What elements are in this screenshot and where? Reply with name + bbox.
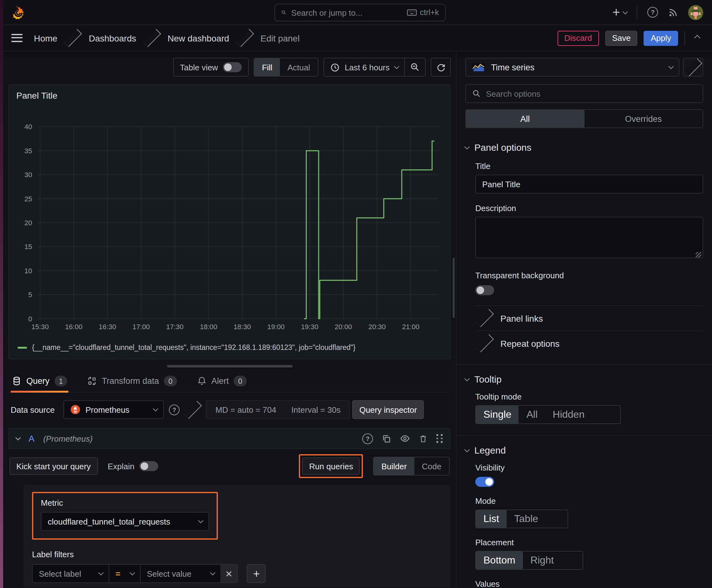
- edit-pane-left: Table view Fill Actual Last 6 hours: [0, 51, 456, 587]
- fill-option[interactable]: Fill: [254, 58, 280, 76]
- breadcrumb-separator-icon: [64, 29, 82, 47]
- menu-toggle-button[interactable]: [11, 34, 23, 42]
- actual-option[interactable]: Actual: [280, 58, 318, 76]
- repeat-options-section[interactable]: Repeat options: [475, 331, 703, 356]
- legend-mode-table[interactable]: Table: [507, 510, 546, 528]
- pane-resize-handle[interactable]: [167, 365, 292, 368]
- database-icon: [12, 376, 21, 386]
- legend-placement-bottom[interactable]: Bottom: [476, 551, 523, 569]
- grafana-logo-icon[interactable]: [10, 4, 26, 20]
- visualization-picker[interactable]: Time series: [465, 58, 679, 77]
- save-button[interactable]: Save: [605, 30, 638, 45]
- tooltip-mode-label: Tooltip mode: [475, 392, 703, 401]
- tab-overrides[interactable]: Overrides: [584, 110, 703, 128]
- legend-placement-segment: Bottom Right: [475, 551, 583, 570]
- new-menu-button[interactable]: [611, 7, 627, 17]
- tooltip-mode-all[interactable]: All: [519, 406, 545, 423]
- legend-mode-list[interactable]: List: [476, 510, 507, 528]
- datasource-help-button[interactable]: ?: [169, 404, 179, 415]
- add-filter-button[interactable]: [247, 564, 265, 583]
- resize-grip-icon[interactable]: [696, 252, 701, 257]
- breadcrumb-dashboards[interactable]: Dashboards: [89, 33, 136, 43]
- tab-query[interactable]: Query 1: [11, 373, 68, 392]
- global-search[interactable]: ctrl+k: [274, 4, 446, 21]
- search-shortcut: ctrl+k: [407, 8, 439, 17]
- options-search[interactable]: [465, 84, 703, 103]
- panel-options-section-header[interactable]: Panel options: [465, 142, 703, 153]
- prometheus-icon: [70, 404, 80, 415]
- breadcrumb-separator-icon: [236, 29, 254, 47]
- transparent-background-toggle[interactable]: [475, 285, 494, 295]
- query-inspector-button[interactable]: Query inspector: [352, 400, 424, 419]
- svg-text:16:30: 16:30: [99, 323, 116, 331]
- drag-query-handle[interactable]: [436, 434, 443, 443]
- legend-series-name[interactable]: {__name__="cloudflared_tunnel_total_requ…: [32, 344, 355, 351]
- time-series-chart: 051015202530354015:3016:0016:3017:0017:3…: [9, 85, 450, 359]
- global-search-input[interactable]: [291, 8, 402, 17]
- chevron-right-icon: [476, 334, 494, 352]
- query-help-button[interactable]: ?: [362, 433, 373, 444]
- open-viz-picker-button[interactable]: [683, 58, 703, 77]
- expand-options-button[interactable]: [185, 400, 201, 419]
- chevron-down-icon: [668, 64, 673, 69]
- legend-mode-label: Mode: [475, 496, 703, 506]
- kick-start-button[interactable]: Kick start your query: [9, 457, 98, 475]
- options-pane: Time series All Overrides: [456, 51, 712, 587]
- hide-query-icon[interactable]: [400, 434, 410, 443]
- all-overrides-tabs: All Overrides: [465, 109, 703, 128]
- nav-divider: [684, 31, 685, 45]
- zoom-out-icon: [410, 62, 420, 72]
- panel-preview[interactable]: Panel Title 051015202530354015:3016:0016…: [8, 84, 451, 359]
- code-option[interactable]: Code: [414, 457, 449, 475]
- time-range-button[interactable]: Last 6 hours: [324, 58, 404, 76]
- time-range-control: Last 6 hours: [323, 58, 426, 77]
- svg-text:40: 40: [24, 123, 33, 131]
- tooltip-mode-hidden[interactable]: Hidden: [545, 406, 592, 423]
- tab-transform-data[interactable]: Transform data 0: [86, 373, 178, 392]
- apply-button[interactable]: Apply: [644, 30, 678, 45]
- query-options-summary[interactable]: MD = auto = 704 Interval = 30s: [206, 400, 350, 419]
- select-value-dropdown[interactable]: Select value: [140, 564, 220, 583]
- legend-placement-label: Placement: [475, 538, 703, 547]
- breadcrumb-home[interactable]: Home: [34, 33, 58, 43]
- scrollbar-thumb[interactable]: [453, 257, 455, 318]
- user-avatar[interactable]: [688, 5, 703, 20]
- breadcrumb-new-dashboard[interactable]: New dashboard: [168, 33, 229, 43]
- panel-links-section[interactable]: Panel links: [475, 305, 703, 331]
- collapse-query-icon[interactable]: [16, 435, 21, 440]
- zoom-out-button[interactable]: [405, 58, 425, 76]
- builder-option[interactable]: Builder: [374, 457, 414, 475]
- explain-toggle[interactable]: [139, 461, 158, 471]
- discard-button[interactable]: Discard: [558, 30, 599, 45]
- legend-placement-right[interactable]: Right: [523, 551, 561, 569]
- svg-text:0: 0: [28, 315, 32, 323]
- news-button[interactable]: [668, 7, 678, 17]
- panel-description-input[interactable]: [475, 217, 703, 258]
- tab-alert[interactable]: Alert 0: [196, 373, 248, 392]
- duplicate-query-icon[interactable]: [382, 434, 391, 443]
- panel-title-input[interactable]: [475, 175, 703, 193]
- operator-dropdown[interactable]: =: [109, 564, 140, 583]
- help-button[interactable]: ?: [647, 7, 658, 18]
- chevron-right-icon: [476, 309, 494, 327]
- delete-query-icon[interactable]: [419, 434, 428, 443]
- query-row-header[interactable]: A (Prometheus) ?: [8, 428, 451, 449]
- remove-filter-button[interactable]: [220, 564, 238, 583]
- rss-icon: [668, 7, 678, 17]
- legend-section-header[interactable]: Legend: [465, 445, 703, 456]
- svg-text:17:30: 17:30: [166, 323, 184, 331]
- tooltip-section-header[interactable]: Tooltip: [465, 374, 703, 384]
- refresh-button[interactable]: [431, 58, 451, 77]
- legend-visibility-toggle[interactable]: [475, 477, 494, 487]
- tab-all[interactable]: All: [466, 110, 584, 128]
- tooltip-mode-single[interactable]: Single: [476, 406, 519, 423]
- table-view-toggle[interactable]: [223, 62, 242, 72]
- datasource-picker[interactable]: Prometheus: [63, 400, 164, 419]
- svg-text:17:00: 17:00: [132, 323, 150, 331]
- legend-swatch: [18, 346, 27, 348]
- metric-select[interactable]: cloudflared_tunnel_total_requests: [41, 512, 209, 531]
- collapse-header-button[interactable]: [694, 35, 700, 41]
- run-queries-button[interactable]: Run queries: [302, 457, 360, 475]
- options-search-input[interactable]: [486, 89, 696, 98]
- select-label-dropdown[interactable]: Select label: [32, 564, 109, 583]
